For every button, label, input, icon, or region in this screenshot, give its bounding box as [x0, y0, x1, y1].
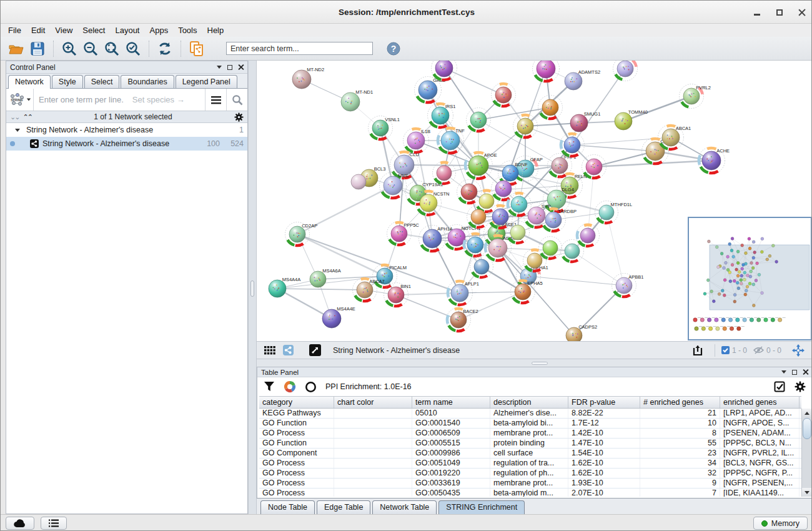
chart-settings-icon[interactable] [284, 380, 296, 393]
network-node[interactable]: PPP5C [387, 222, 420, 246]
network-node[interactable] [457, 180, 482, 204]
string-options-button[interactable] [205, 89, 226, 111]
zoom-fit-button[interactable] [102, 39, 121, 58]
network-node[interactable]: MTHFD1L [595, 201, 633, 224]
network-node[interactable]: SMUG1 [570, 111, 600, 132]
tab-boundaries[interactable]: Boundaries [121, 75, 174, 88]
network-node[interactable]: CADPS2 [566, 324, 597, 342]
refresh-button[interactable] [156, 39, 174, 58]
scroll-thumb[interactable] [803, 418, 811, 439]
menu-item-layout[interactable]: Layout [110, 24, 144, 36]
network-node[interactable]: MME [380, 172, 409, 199]
minimize-button[interactable] [753, 8, 761, 17]
tab-network-table[interactable]: Network Table [372, 500, 437, 514]
close-panel-icon[interactable] [238, 64, 244, 70]
table-row[interactable]: KEGG Pathways05010Alzheimer's dise...8.8… [259, 409, 801, 419]
export-network-button[interactable] [688, 341, 707, 360]
grid-view-button[interactable] [262, 341, 278, 360]
network-node[interactable] [470, 256, 493, 279]
navigator-button[interactable] [789, 341, 808, 360]
tab-legend-panel[interactable]: Legend Panel [176, 75, 237, 88]
open-session-button[interactable] [7, 39, 26, 58]
column-header-term[interactable]: term name [412, 397, 490, 408]
menu-item-view[interactable]: View [50, 24, 77, 36]
network-node[interactable]: TARDBP [542, 208, 577, 232]
panel-splitter-horizontal[interactable] [257, 359, 812, 367]
menu-item-apps[interactable]: Apps [145, 24, 174, 36]
select-rows-checkbox-icon[interactable] [774, 381, 786, 393]
table-row[interactable]: GO ProcessGO:0050435beta-amyloid m...2.0… [259, 489, 801, 497]
tab-edge-table[interactable]: Edge Table [317, 500, 370, 514]
tab-network[interactable]: Network [8, 75, 51, 89]
network-node[interactable]: MS4A4E [322, 306, 355, 328]
table-row[interactable]: GO FunctionGO:0001540beta-amyloid bi...1… [259, 419, 801, 429]
network-node[interactable]: VSNL1 [369, 116, 400, 141]
network-node[interactable]: MT-ND2 [292, 67, 324, 89]
maximize-button[interactable] [775, 8, 784, 17]
panel-menu-icon[interactable] [217, 66, 222, 69]
table-row[interactable]: GO ProcessGO:0019220regulation of ph...1… [259, 469, 801, 479]
help-button[interactable]: ? [384, 39, 403, 58]
close-button[interactable] [798, 8, 806, 17]
panel-menu-icon[interactable] [781, 370, 786, 374]
birds-eye-view[interactable] [688, 217, 812, 340]
column-header-category[interactable]: category [259, 397, 334, 408]
panel-splitter-vertical[interactable] [248, 61, 257, 514]
network-node[interactable]: ADAMTS2 [565, 69, 600, 90]
string-protein-query-selector[interactable]: STRING [6, 89, 34, 111]
network-node[interactable]: APH1A [419, 226, 453, 252]
network-node[interactable] [613, 61, 638, 81]
network-node[interactable]: ABCA7 [353, 278, 385, 302]
table-scrollbar[interactable] [801, 409, 811, 497]
network-node[interactable] [560, 133, 585, 157]
column-header-fdr[interactable]: FDR p-value [568, 397, 640, 408]
network-node[interactable]: PVRL2 [680, 84, 711, 109]
scroll-up-button[interactable] [802, 409, 811, 417]
save-session-button[interactable] [28, 39, 47, 58]
menu-item-select[interactable]: Select [77, 24, 110, 36]
collection-expand-icon[interactable] [15, 129, 20, 132]
column-header-color[interactable]: chart color [334, 397, 412, 408]
menu-item-tools[interactable]: Tools [173, 24, 202, 36]
network-node[interactable] [577, 224, 600, 247]
menu-item-edit[interactable]: Edit [26, 24, 50, 36]
column-header-genes[interactable]: enriched genes [720, 397, 800, 408]
enrichment-settings-gear-icon[interactable] [795, 381, 806, 392]
filter-icon[interactable] [264, 381, 275, 392]
table-row[interactable]: GO FunctionGO:0005515protein binding1.47… [259, 439, 801, 449]
network-node[interactable]: ACHE [698, 147, 730, 174]
splitter-grip-h[interactable] [532, 362, 548, 365]
menu-item-file[interactable]: File [3, 24, 26, 36]
network-options-gear-icon[interactable] [234, 112, 244, 122]
network-node[interactable] [539, 237, 562, 260]
column-header-count[interactable]: # enriched genes [640, 397, 720, 408]
splitter-grip[interactable] [250, 280, 254, 297]
expand-all-icon[interactable]: ⌃⌃ [22, 113, 31, 121]
float-panel-icon[interactable] [227, 65, 232, 70]
network-node[interactable]: MS4A4A [269, 277, 300, 297]
remove-charts-icon[interactable] [305, 381, 317, 393]
search-input[interactable] [226, 42, 373, 55]
network-row[interactable]: String Network - Alzheimer's disease 100… [6, 137, 247, 151]
string-tab-button[interactable] [280, 341, 295, 360]
network-node[interactable]: TOMM40 [615, 109, 648, 130]
network-node[interactable]: MT-ND1 [341, 89, 373, 111]
tab-select[interactable]: Select [84, 75, 120, 88]
network-node[interactable] [492, 83, 516, 107]
tab-string-enrichment[interactable]: STRING Enrichment [438, 500, 525, 514]
clone-network-button[interactable] [187, 39, 206, 58]
network-node[interactable]: APBB1 [612, 274, 644, 298]
network-node[interactable] [533, 61, 560, 82]
network-node[interactable] [538, 96, 563, 120]
memory-button[interactable]: Memory [753, 517, 808, 530]
tab-style[interactable]: Style [52, 75, 83, 88]
table-row[interactable]: GO ProcessGO:0051049regulation of tra...… [259, 459, 801, 469]
string-query-input[interactable]: Enter one term per line. Set species → [34, 95, 205, 104]
zoom-in-button[interactable] [60, 39, 79, 58]
cloud-tasks-button[interactable] [6, 517, 34, 530]
detach-view-button[interactable] [307, 341, 323, 360]
column-header-description[interactable]: description [490, 397, 568, 408]
tab-node-table[interactable]: Node Table [260, 500, 315, 514]
zoom-out-button[interactable] [81, 39, 100, 58]
string-search-button[interactable] [226, 89, 247, 111]
